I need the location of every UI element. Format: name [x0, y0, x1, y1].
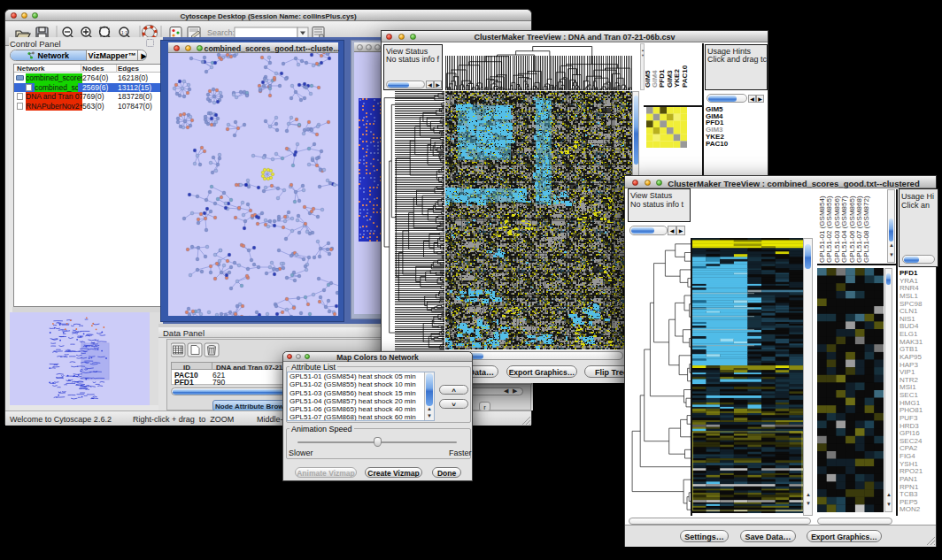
svg-text:PAC10: PAC10 — [681, 65, 689, 88]
svg-text:Search:: Search: — [207, 28, 235, 37]
svg-text:1:1: 1:1 — [121, 30, 127, 35]
svg-text:GPL51-08 (GSM872): GPL51-08 (GSM872) — [862, 196, 870, 263]
